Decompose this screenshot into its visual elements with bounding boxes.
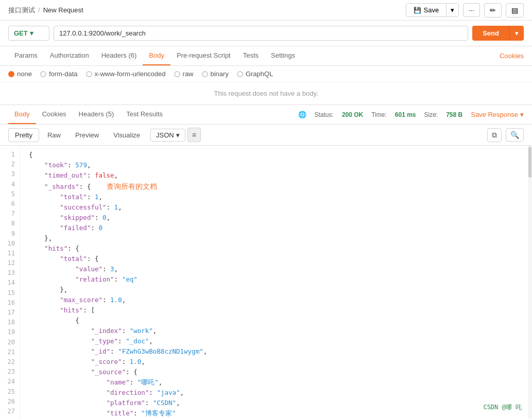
title-bar: 接口测试 / New Request 💾 Save ▾ ··· ✏ ▤ (0, 0, 532, 21)
radio-none (8, 71, 14, 77)
send-dropdown-button[interactable]: ▾ (509, 26, 524, 41)
request-name: New Request (43, 6, 83, 14)
resp-tab-headers[interactable]: Headers (5) (73, 105, 121, 124)
body-type-graphql[interactable]: GraphQL (237, 70, 273, 78)
view-tab-visualize[interactable]: Visualize (107, 129, 146, 142)
resp-time-value: 601 ms (395, 111, 416, 118)
scrollbar-thumb (528, 147, 531, 178)
resp-status-value: 200 OK (342, 111, 363, 118)
body-type-form-data[interactable]: form-data (40, 70, 78, 78)
body-type-bar: none form-data x-www-form-urlencoded raw… (0, 66, 532, 82)
resp-size-value: 758 B (446, 111, 462, 118)
tab-authorization[interactable]: Authorization (44, 46, 95, 65)
more-options-button[interactable]: ··· (463, 3, 480, 17)
scrollbar[interactable] (528, 146, 532, 418)
breadcrumb-api-test[interactable]: 接口测试 (8, 6, 35, 15)
tab-pre-request-script[interactable]: Pre-request Script (170, 46, 237, 65)
response-view-bar: Pretty Raw Preview Visualize JSON ▾ ≡ ⧉ … (0, 125, 532, 146)
radio-urlencoded (86, 71, 92, 77)
breadcrumb-separator: / (38, 6, 40, 14)
url-bar: GET ▾ Send ▾ (0, 21, 532, 46)
tab-tests[interactable]: Tests (237, 46, 265, 65)
resp-tab-body[interactable]: Body (8, 105, 36, 124)
method-dropdown-icon: ▾ (30, 29, 33, 37)
wrap-button[interactable]: ≡ (187, 128, 201, 142)
resp-tab-cookies[interactable]: Cookies (36, 105, 73, 124)
method-selector[interactable]: GET ▾ (8, 26, 49, 41)
format-label: JSON (156, 131, 174, 139)
save-response-dropdown-icon: ▾ (520, 111, 524, 118)
radio-raw (174, 71, 180, 77)
view-tab-preview[interactable]: Preview (69, 129, 105, 142)
tab-headers[interactable]: Headers (6) (95, 46, 143, 65)
cookies-link[interactable]: Cookies (500, 47, 524, 65)
resp-tab-test-results[interactable]: Test Results (120, 105, 169, 124)
tab-body[interactable]: Body (143, 46, 170, 65)
save-response-label: Save Response (471, 111, 518, 118)
edit-icon-button[interactable]: ✏ (484, 3, 502, 18)
response-header: Body Cookies Headers (5) Test Results 🌐 … (0, 105, 532, 125)
send-button-group[interactable]: Send ▾ (472, 26, 524, 41)
view-tab-raw[interactable]: Raw (41, 129, 67, 142)
code-content[interactable]: { "took": 579, "timed_out": false, "_sha… (21, 146, 532, 418)
body-type-raw[interactable]: raw (174, 70, 194, 78)
save-response-button[interactable]: Save Response ▾ (471, 111, 524, 118)
save-icon: 💾 (414, 7, 421, 14)
tab-settings[interactable]: Settings (265, 46, 301, 65)
search-button[interactable]: 🔍 (506, 128, 524, 142)
request-tabs: Params Authorization Headers (6) Body Pr… (0, 46, 532, 66)
resp-status-globe: 🌐 (298, 111, 306, 118)
format-dropdown-icon: ▾ (176, 131, 180, 139)
save-button[interactable]: 💾 Save (406, 4, 447, 16)
no-body-message: This request does not have a body. (0, 82, 532, 105)
copy-button[interactable]: ⧉ (487, 128, 502, 142)
url-input[interactable] (54, 26, 468, 41)
send-button[interactable]: Send (472, 26, 509, 41)
save-dropdown-button[interactable]: ▾ (446, 4, 458, 16)
resp-status-label: Status: (315, 111, 334, 118)
resp-size-label: Size: (424, 111, 438, 118)
tab-params[interactable]: Params (8, 46, 44, 65)
radio-binary (202, 71, 208, 77)
save-button-group[interactable]: 💾 Save ▾ (406, 3, 459, 17)
body-type-binary[interactable]: binary (202, 70, 229, 78)
radio-form-data (40, 71, 46, 77)
view-tab-pretty[interactable]: Pretty (8, 128, 39, 142)
line-numbers: 1234567891011121314151617181920212223242… (0, 146, 21, 418)
format-selector[interactable]: JSON ▾ (150, 129, 185, 142)
body-type-none[interactable]: none (8, 70, 32, 78)
code-area: 1234567891011121314151617181920212223242… (0, 146, 532, 418)
method-label: GET (14, 29, 28, 37)
doc-icon-button[interactable]: ▤ (506, 3, 524, 18)
watermark: CSDN @哪 吒 (483, 403, 522, 412)
resp-time-label: Time: (371, 111, 387, 118)
body-type-urlencoded[interactable]: x-www-form-urlencoded (86, 70, 166, 78)
radio-graphql (237, 71, 243, 77)
